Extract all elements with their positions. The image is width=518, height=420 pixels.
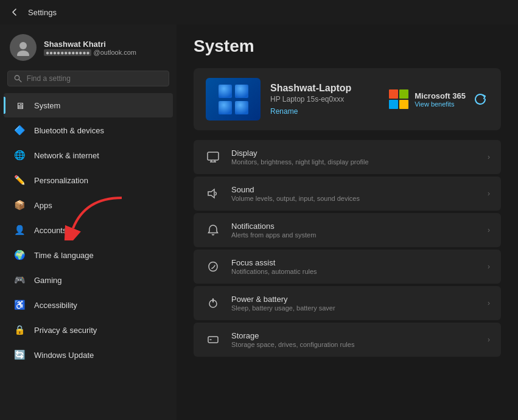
sound-title: Sound [231,185,360,194]
ms365-info: Microsoft 365 View benefits [415,91,466,108]
settings-item-notifications[interactable]: Notifications Alerts from apps and syste… [194,213,501,247]
windows-update-icon: 🔄 [13,349,26,361]
svg-rect-6 [235,85,248,98]
display-arrow: › [488,153,490,161]
svg-line-4 [19,80,21,82]
svg-point-2 [17,51,29,56]
storage-desc: Storage space, drives, configuration rul… [231,341,354,348]
notifications-title: Notifications [231,222,316,231]
device-left: Shashwat-Laptop HP Laptop 15s-eq0xxx Ren… [206,78,351,121]
sidebar-item-label: Apps [34,201,52,210]
storage-text: Storage Storage space, drives, configura… [231,331,354,348]
sidebar-item-label: Accessibility [34,301,77,310]
power-icon [205,295,222,312]
device-name: Shashwat-Laptop [270,83,351,94]
search-box[interactable] [7,71,169,86]
sound-icon [205,185,222,202]
device-model: HP Laptop 15s-eq0xxx [270,95,351,103]
display-text: Display Monitors, brightness, night ligh… [231,149,369,166]
sidebar-item-label: Accounts [34,226,66,235]
network-icon: 🌐 [13,149,26,161]
page-title: System [194,37,501,56]
sidebar-item-label: Personalization [34,176,88,185]
sidebar-item-label: System [34,101,60,110]
accounts-icon: 👤 [13,224,26,236]
bluetooth-icon: 🔷 [13,124,26,136]
personalization-icon: ✏️ [13,174,26,186]
email-redacted: ●●●●●●●●●●●● [44,49,91,56]
device-info: Shashwat-Laptop HP Laptop 15s-eq0xxx Ren… [270,83,351,116]
system-icon: 🖥 [13,99,26,111]
display-desc: Monitors, brightness, night light, displ… [231,158,369,166]
search-icon [14,74,22,83]
power-text: Power & battery Sleep, battery usage, ba… [231,295,335,312]
device-rename[interactable]: Rename [270,107,351,116]
sidebar-item-windows-update[interactable]: 🔄 Windows Update [4,343,173,367]
focus-text: Focus assist Notifications, automatic ru… [231,258,317,275]
notifications-desc: Alerts from apps and system [231,231,316,239]
power-arrow: › [488,299,490,307]
sidebar-item-privacy[interactable]: 🔒 Privacy & security [4,318,173,342]
svg-marker-13 [208,189,214,198]
power-title: Power & battery [231,295,335,304]
time-icon: 🌍 [13,249,26,261]
settings-item-power[interactable]: Power & battery Sleep, battery usage, ba… [194,286,501,320]
device-card: Shashwat-Laptop HP Laptop 15s-eq0xxx Ren… [194,68,501,130]
svg-rect-7 [219,101,232,114]
back-button[interactable] [7,5,22,19]
settings-item-display[interactable]: Display Monitors, brightness, night ligh… [194,140,501,174]
sound-desc: Volume levels, output, input, sound devi… [231,195,360,202]
settings-list: Display Monitors, brightness, night ligh… [194,140,501,357]
app-body: Shashwat Khatri ●●●●●●●●●●●● @outlook.co… [0,24,518,420]
sound-text: Sound Volume levels, output, input, soun… [231,185,360,202]
notifications-icon [205,222,222,239]
focus-icon [205,258,222,275]
settings-item-sound[interactable]: Sound Volume levels, output, input, soun… [194,177,501,211]
refresh-icon[interactable] [472,91,489,108]
sidebar-item-time[interactable]: 🌍 Time & language [4,243,173,267]
user-info: Shashwat Khatri ●●●●●●●●●●●● @outlook.co… [44,40,136,56]
sidebar-item-system[interactable]: 🖥 System [4,93,173,117]
sidebar-item-bluetooth[interactable]: 🔷 Bluetooth & devices [4,118,173,142]
ms365-title: Microsoft 365 [415,91,466,100]
sidebar-item-accessibility[interactable]: ♿ Accessibility [4,293,173,317]
ms365-link[interactable]: View benefits [415,100,466,108]
sidebar-item-network[interactable]: 🌐 Network & internet [4,143,173,167]
sidebar: Shashwat Khatri ●●●●●●●●●●●● @outlook.co… [0,24,177,420]
display-icon [205,149,222,166]
svg-rect-5 [219,85,232,98]
sidebar-item-label: Bluetooth & devices [34,126,104,135]
ms365-logo [389,89,408,109]
sidebar-item-personalization[interactable]: ✏️ Personalization [4,168,173,192]
user-profile[interactable]: Shashwat Khatri ●●●●●●●●●●●● @outlook.co… [0,24,177,68]
settings-item-focus[interactable]: Focus assist Notifications, automatic ru… [194,250,501,284]
main-content: System [177,24,518,420]
sidebar-item-label: Network & internet [34,151,99,160]
app-title: Settings [28,8,57,17]
windows-logo [217,83,250,116]
sidebar-item-apps[interactable]: 📦 Apps [4,193,173,217]
search-input[interactable] [27,74,163,83]
sidebar-item-gaming[interactable]: 🎮 Gaming [4,268,173,292]
focus-desc: Notifications, automatic rules [231,268,317,275]
storage-title: Storage [231,331,354,340]
focus-arrow: › [488,262,490,271]
apps-icon: 📦 [13,199,26,211]
nav-menu: 🖥 System 🔷 Bluetooth & devices 🌐 Network… [0,93,177,368]
search-container [0,68,177,93]
storage-arrow: › [488,335,490,344]
storage-icon [205,331,222,348]
accessibility-icon: ♿ [13,299,26,311]
avatar [10,34,37,61]
device-image [206,78,261,121]
title-bar: Settings [0,0,518,24]
notifications-text: Notifications Alerts from apps and syste… [231,222,316,239]
sidebar-item-label: Time & language [34,251,94,260]
privacy-icon: 🔒 [13,324,26,336]
sidebar-item-accounts[interactable]: 👤 Accounts [4,218,173,242]
sidebar-item-label: Privacy & security [34,326,97,335]
settings-item-storage[interactable]: Storage Storage space, drives, configura… [194,323,501,357]
user-name: Shashwat Khatri [44,40,136,49]
svg-rect-9 [208,152,219,160]
focus-title: Focus assist [231,258,317,267]
